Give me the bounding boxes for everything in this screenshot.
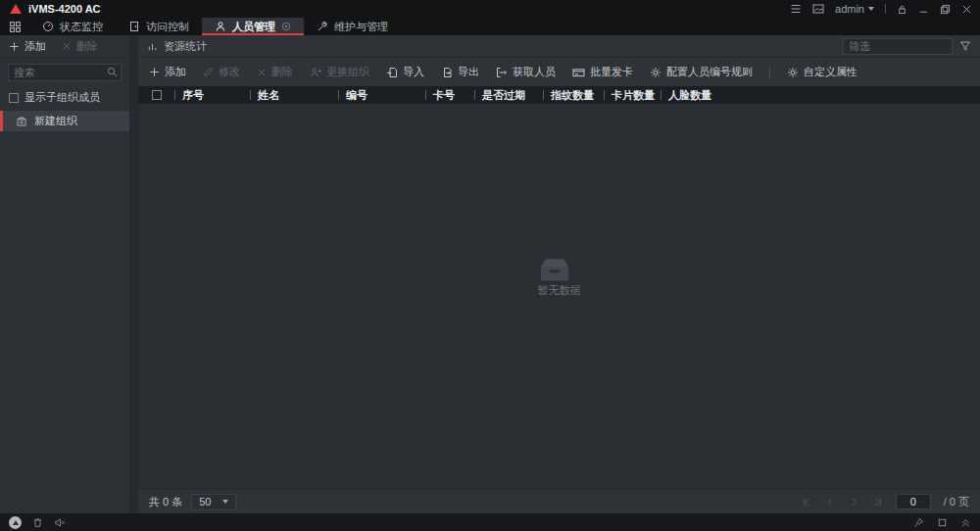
page-size-value: 50 [199,496,211,507]
export-label: 导出 [458,65,479,79]
org-tree-item-selected[interactable]: 新建组织 [0,111,129,131]
column-label: 是否过期 [482,88,525,103]
select-all-checkbox[interactable] [152,90,162,100]
column-header-name[interactable]: 姓名 [250,86,338,104]
person-icon [215,21,226,32]
person-id-rule-label: 配置人员编号规则 [666,65,753,79]
user-menu[interactable]: admin [835,3,874,15]
get-person-label: 获取人员 [513,65,556,79]
pin-icon[interactable] [913,517,924,528]
column-header-id[interactable]: 编号 [338,86,425,104]
org-delete-label: 删除 [76,39,98,54]
table-body: 暂无数据 [138,104,980,489]
previous-page-button[interactable] [825,497,836,507]
person-management-panel: 资源统计 添加 修改 删除 [138,35,980,513]
next-page-button[interactable] [849,497,859,507]
resource-statistics-section[interactable]: 资源统计 [147,39,207,54]
chevron-down-icon [222,500,228,504]
organization-sidebar: 添加 删除 显示子组织成员 新建组织 [0,35,129,513]
gauge-icon [42,21,54,32]
select-all-cell [138,86,174,104]
tab-close-icon[interactable] [281,22,291,31]
column-label: 指纹数量 [551,88,594,103]
column-header-expired[interactable]: 是否过期 [474,86,543,104]
tab-person-management[interactable]: 人员管理 [202,18,304,35]
batch-issue-card-button[interactable]: 批量发卡 [572,65,633,79]
app-title: iVMS-4200 AC [28,3,101,15]
show-sub-members-row[interactable]: 显示子组织成员 [0,83,129,111]
collapse-up-icon[interactable] [960,517,971,528]
tab-label: 状态监控 [60,20,103,34]
column-header-index[interactable]: 序号 [174,86,250,104]
add-label: 添加 [165,65,186,79]
modules-grid-icon[interactable] [0,18,29,35]
trash-icon[interactable] [32,517,43,528]
org-search [8,64,122,81]
delete-label: 删除 [271,65,293,79]
column-label: 人脸数量 [668,88,711,103]
tab-label: 人员管理 [232,20,275,34]
column-label: 序号 [182,88,204,103]
add-person-button[interactable]: 添加 [149,65,186,79]
column-header-card-count[interactable]: 卡片数量 [604,86,661,104]
tab-status-monitoring[interactable]: 状态监控 [29,18,116,35]
sidebar-actions: 添加 删除 [0,35,129,58]
filter-input[interactable] [843,38,953,55]
first-page-button[interactable] [802,497,812,507]
menu-list-icon[interactable] [790,3,802,15]
resource-statistics-label: 资源统计 [164,39,207,54]
custom-property-button[interactable]: 自定义属性 [787,65,858,79]
import-button[interactable]: 导入 [386,65,424,79]
sidebar-scrollbar[interactable] [129,35,138,513]
column-label: 编号 [346,88,368,103]
modify-person-button[interactable]: 修改 [203,65,240,79]
modify-label: 修改 [219,65,240,79]
org-search-input[interactable] [8,64,122,81]
empty-state: 暂无数据 [538,257,581,297]
change-organization-button[interactable]: 更换组织 [310,65,369,79]
pagination-bar: 共 0 条 50 / 0 页 [138,489,980,513]
batch-issue-card-label: 批量发卡 [590,65,633,79]
column-header-card-no[interactable]: 卡号 [425,86,474,104]
page-size-select[interactable]: 50 [191,494,236,510]
maximize-button[interactable] [940,4,951,15]
delete-person-button[interactable]: 删除 [257,65,293,79]
empty-drawer-icon [538,257,581,282]
filter-area [843,38,971,55]
minimize-button[interactable] [918,4,929,15]
tab-label: 访问控制 [146,20,189,34]
status-bar [0,513,980,531]
tab-label: 维护与管理 [334,20,388,34]
statistics-icon [147,41,158,52]
speaker-muted-icon[interactable] [54,517,66,528]
app-status-logo-icon[interactable] [9,516,22,529]
export-button[interactable]: 导出 [441,65,479,79]
chevron-down-icon [868,7,874,11]
divider [885,4,886,14]
tab-access-control[interactable]: 访问控制 [116,18,202,35]
org-add-button[interactable]: 添加 [9,39,46,54]
import-label: 导入 [403,65,424,79]
screenshot-icon[interactable] [812,3,824,15]
column-header-face-count[interactable]: 人脸数量 [661,86,980,104]
last-page-button[interactable] [872,497,883,507]
column-label: 姓名 [258,88,279,103]
wrench-icon [317,21,328,32]
org-delete-button[interactable]: 删除 [62,39,98,54]
column-label: 卡号 [433,88,455,103]
workspace: 添加 删除 显示子组织成员 新建组织 [0,35,980,513]
lock-icon[interactable] [897,4,907,15]
filter-funnel-icon[interactable] [959,40,971,52]
close-button[interactable] [961,4,972,15]
person-id-rule-button[interactable]: 配置人员编号规则 [650,65,753,79]
get-person-button[interactable]: 获取人员 [496,65,556,79]
column-header-fingerprint-count[interactable]: 指纹数量 [543,86,604,104]
page-number-input[interactable] [896,494,931,509]
tab-maintenance[interactable]: 维护与管理 [304,18,401,35]
window-restore-icon[interactable] [937,517,948,528]
table-header: 序号 姓名 编号 卡号 是否过期 指纹数量 卡片数量 人脸数量 [138,86,980,104]
org-add-label: 添加 [24,39,46,54]
show-sub-members-label: 显示子组织成员 [24,90,100,105]
show-sub-members-checkbox[interactable] [9,93,19,103]
custom-property-label: 自定义属性 [804,65,858,79]
